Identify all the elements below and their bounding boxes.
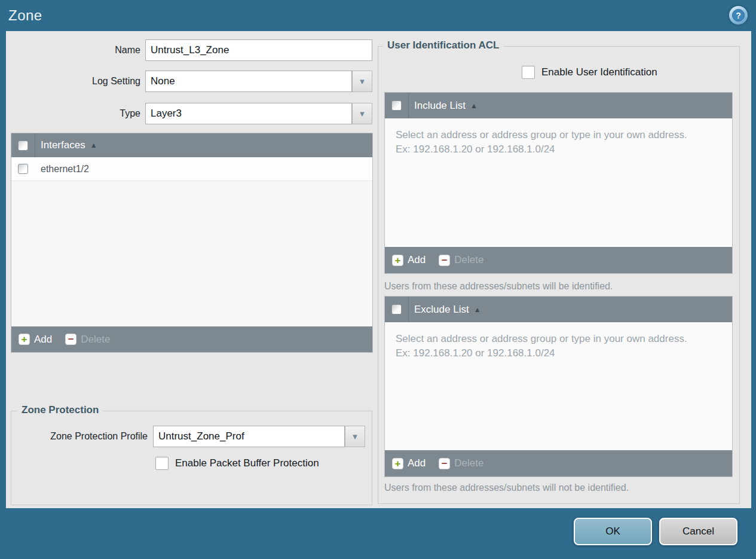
include-list-caption: Users from these addresses/subnets will … [384, 281, 613, 292]
zone-protection-profile-dropdown-button[interactable]: ▼ [345, 426, 365, 447]
interfaces-add-button[interactable]: + Add [19, 334, 52, 346]
name-row: Name [6, 39, 377, 61]
interfaces-column-header[interactable]: Interfaces [41, 139, 85, 151]
include-list-select-all-checkbox[interactable] [391, 100, 402, 111]
exclude-list-header: Exclude List ▲ [385, 297, 732, 322]
exclude-list-caption: Users from these addresses/subnets will … [384, 482, 629, 493]
type-input[interactable] [145, 103, 352, 124]
sort-asc-icon[interactable]: ▲ [474, 306, 481, 314]
dialog-titlebar: Zone ? [0, 0, 756, 31]
zone-protection-section: Zone Protection Zone Protection Profile … [11, 411, 372, 505]
exclude-list-add-button[interactable]: + Add [392, 457, 426, 469]
exclude-list-column-header[interactable]: Exclude List [414, 304, 469, 316]
dialog-title: Zone [8, 7, 42, 24]
dialog-body: Name Log Setting ▼ Type ▼ Inter [6, 31, 751, 508]
zone-protection-legend: Zone Protection [17, 404, 103, 416]
exclude-list-placeholder: Select an address or address group or ty… [385, 322, 702, 361]
exclude-list-select-all-checkbox[interactable] [391, 304, 402, 314]
type-label: Type [6, 103, 140, 124]
enable-user-identification-checkbox[interactable] [522, 66, 535, 79]
name-label: Name [6, 39, 140, 61]
user-identification-acl-section: User Identification ACL Enable User Iden… [378, 46, 740, 504]
ok-button[interactable]: OK [574, 518, 652, 545]
zone-protection-profile-input[interactable] [153, 426, 345, 447]
include-list-checkbox-cell [385, 93, 409, 118]
chevron-down-icon: ▼ [359, 109, 366, 118]
question-mark-glyph: ? [732, 9, 745, 22]
interfaces-empty-area [11, 181, 372, 326]
log-setting-dropdown-button[interactable]: ▼ [352, 71, 372, 92]
interface-row-checkbox[interactable] [18, 164, 28, 174]
include-list-placeholder: Select an address or address group or ty… [385, 118, 702, 157]
zone-protection-profile-label: Zone Protection Profile [11, 426, 148, 447]
chevron-down-icon: ▼ [351, 432, 359, 441]
exclude-list-delete-button[interactable]: − Delete [439, 457, 483, 469]
log-setting-input[interactable] [145, 71, 352, 92]
exclude-list-body[interactable]: Select an address or address group or ty… [385, 322, 732, 450]
interface-row[interactable]: ethernet1/2 [11, 157, 372, 181]
enable-user-identification-row: Enable User Identification [522, 66, 657, 79]
sort-asc-icon[interactable]: ▲ [90, 141, 97, 149]
interface-name: ethernet1/2 [41, 164, 89, 175]
include-list-add-button[interactable]: + Add [392, 254, 426, 266]
name-input[interactable] [145, 39, 372, 61]
sort-asc-icon[interactable]: ▲ [470, 102, 478, 110]
exclude-list-table: Exclude List ▲ Select an address or addr… [384, 296, 733, 477]
exclude-list-checkbox-cell [385, 297, 409, 322]
user-identification-acl-legend: User Identification ACL [383, 39, 503, 51]
zone-dialog: Zone ? Name Log Setting ▼ Type ▼ [0, 0, 756, 559]
enable-user-identification-label: Enable User Identification [541, 66, 657, 78]
packet-buffer-protection-label: Enable Packet Buffer Protection [175, 457, 319, 469]
interfaces-header-checkbox-cell [11, 133, 35, 157]
type-dropdown-button[interactable]: ▼ [352, 103, 372, 124]
minus-icon: − [439, 458, 450, 469]
include-list-toolbar: + Add − Delete [385, 247, 732, 273]
interfaces-table: Interfaces ▲ ethernet1/2 + Add − Delete [11, 133, 373, 353]
include-list-header: Include List ▲ [385, 93, 732, 118]
interfaces-table-header: Interfaces ▲ [11, 133, 372, 157]
packet-buffer-protection-row: Enable Packet Buffer Protection [155, 457, 319, 470]
packet-buffer-protection-checkbox[interactable] [155, 457, 169, 470]
type-row: Type ▼ [6, 103, 377, 124]
minus-icon: − [65, 334, 76, 345]
log-setting-row: Log Setting ▼ [6, 71, 377, 92]
exclude-list-toolbar: + Add − Delete [385, 450, 732, 476]
chevron-down-icon: ▼ [359, 77, 366, 86]
cancel-button[interactable]: Cancel [659, 518, 737, 545]
include-list-column-header[interactable]: Include List [414, 100, 466, 112]
plus-icon: + [392, 458, 403, 469]
include-list-delete-button[interactable]: − Delete [439, 254, 483, 266]
help-icon[interactable]: ? [729, 6, 748, 25]
interfaces-delete-button[interactable]: − Delete [65, 334, 110, 346]
minus-icon: − [439, 255, 450, 266]
plus-icon: + [392, 255, 403, 266]
include-list-body[interactable]: Select an address or address group or ty… [385, 118, 732, 247]
zone-protection-profile-row: Zone Protection Profile ▼ [11, 426, 370, 447]
include-list-table: Include List ▲ Select an address or addr… [384, 92, 733, 274]
interfaces-select-all-checkbox[interactable] [18, 140, 28, 151]
log-setting-label: Log Setting [6, 71, 140, 92]
interfaces-toolbar: + Add − Delete [11, 326, 372, 352]
plus-icon: + [19, 334, 30, 345]
